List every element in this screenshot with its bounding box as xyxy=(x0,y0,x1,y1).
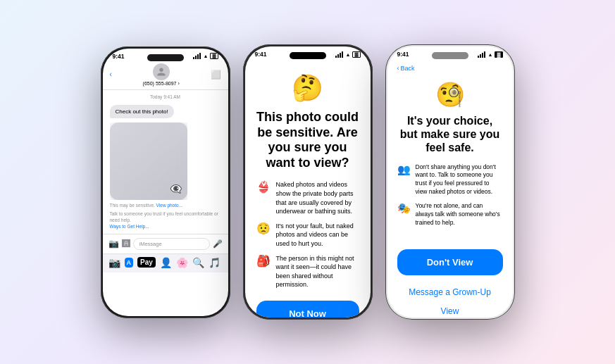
signal-bars-3 xyxy=(478,51,485,58)
bar3-1 xyxy=(478,56,479,58)
time-2: 9:41 xyxy=(255,51,267,58)
warning-item-3: 🎒 The person in this might not want it s… xyxy=(256,254,359,289)
message-grownup-button[interactable]: Message a Grown-Up xyxy=(397,284,503,300)
view-button[interactable]: View xyxy=(397,303,503,318)
apps-row: 📷 A Pay 👤 🌸 🔍 🎵 xyxy=(103,253,228,272)
music-icon[interactable]: 🎵 xyxy=(209,257,220,268)
messages-input-area: 📷 🅰 iMessage 🎤 xyxy=(103,234,228,253)
warning-emoji-1: 👙 xyxy=(256,180,272,194)
bar2-2 xyxy=(337,54,339,58)
choice-text-1: Don't share anything you don't want to. … xyxy=(416,163,503,197)
dynamic-island-1 xyxy=(147,54,184,61)
imessage-input[interactable]: iMessage xyxy=(133,238,210,250)
bar3-3 xyxy=(482,53,483,58)
choice-title: It's your choice, but make sure you feel… xyxy=(397,114,503,155)
battery-icon-3: ▓ xyxy=(495,51,502,58)
eye-slash-icon: 👁‍🗨 xyxy=(170,183,182,194)
choice-item-2: 🎭 You're not alone, and can always talk … xyxy=(397,202,503,227)
contact-name[interactable]: (650) 555-8097 › xyxy=(112,81,211,86)
warning-emoji: 🤔 xyxy=(256,73,359,103)
wifi-icon-1: ▲ xyxy=(203,54,208,58)
back-label: Back xyxy=(401,65,415,72)
contact-avatar xyxy=(153,63,170,80)
dynamic-island-2 xyxy=(290,52,326,59)
warning-items: 👙 Naked photos and videos show the priva… xyxy=(256,180,359,289)
choice-content: ‹ Back 🧐 It's your choice, but make sure… xyxy=(387,59,513,318)
status-icons-3: ▲ ▓ xyxy=(478,51,502,58)
phone-messages-screen: 9:41 ▲ ▓ ‹ xyxy=(103,49,228,316)
warning-emoji-3: 🎒 xyxy=(256,254,272,268)
status-icons-1: ▲ ▓ xyxy=(193,53,218,59)
back-link[interactable]: ‹ Back xyxy=(397,65,503,72)
flowers-icon[interactable]: 🌸 xyxy=(176,257,188,268)
wifi-icon-3: ▲ xyxy=(487,52,492,57)
bar2 xyxy=(195,56,197,59)
warning-emoji-2: 😟 xyxy=(256,222,272,235)
phone-messages: 9:41 ▲ ▓ ‹ xyxy=(101,46,230,318)
phone-warning: 9:41 ▲ ▓ 🤔 This photo could be sensitive… xyxy=(243,44,373,320)
wifi-icon-2: ▲ xyxy=(345,52,350,57)
phone-choice: 9:41 ▲ ▓ ‹ Back 🧐 xyxy=(385,44,515,320)
status-icons-2: ▲ ▓ xyxy=(335,51,360,58)
bar3-4 xyxy=(484,51,485,58)
bar2-3 xyxy=(340,53,341,58)
warning-text-1: Naked photos and videos show the private… xyxy=(276,180,359,215)
choice-text-2: You're not alone, and can always talk wi… xyxy=(416,202,503,227)
search-icon-apps[interactable]: 🔍 xyxy=(192,257,204,268)
time-1: 9:41 xyxy=(113,53,125,60)
help-text: Talk to someone you trust if you feel un… xyxy=(110,211,221,230)
time-3: 9:41 xyxy=(397,51,409,58)
warning-title: This photo could be sensitive. Are you s… xyxy=(256,110,359,170)
warning-text-3: The person in this might not want it see… xyxy=(276,254,359,289)
message-bubble: Check out this photo! xyxy=(110,105,174,118)
signal-bars-1 xyxy=(193,53,201,59)
warning-text-2: It's not your fault, but naked photos an… xyxy=(276,222,359,249)
bar4 xyxy=(199,53,201,59)
person-icon xyxy=(156,67,166,77)
photo-preview[interactable]: 👁‍🗨 xyxy=(110,123,187,200)
bar2-4 xyxy=(342,51,343,58)
bar2-1 xyxy=(335,56,337,58)
bar3-2 xyxy=(480,54,481,58)
bar1 xyxy=(193,57,194,59)
not-now-button[interactable]: Not Now xyxy=(256,301,359,318)
mic-icon[interactable]: 🎤 xyxy=(213,239,223,249)
battery-icon-2: ▓ xyxy=(352,51,360,58)
camera-app-icon[interactable]: 📷 xyxy=(108,257,120,268)
appstore-icon[interactable]: A xyxy=(125,258,134,268)
ways-to-help-link[interactable]: Ways to Get Help... xyxy=(110,224,149,229)
video-call-icon[interactable]: ⬜ xyxy=(211,70,221,80)
phone-choice-screen: 9:41 ▲ ▓ ‹ Back 🧐 xyxy=(387,46,513,318)
apps-icon[interactable]: 🅰 xyxy=(122,239,130,249)
battery-icon-1: ▓ xyxy=(210,53,218,59)
choice-emoji-1: 👥 xyxy=(397,163,411,176)
camera-icon[interactable]: 📷 xyxy=(108,239,119,249)
memoji-icon[interactable]: 👤 xyxy=(160,257,172,268)
phones-container: 9:41 ▲ ▓ ‹ xyxy=(87,30,529,334)
warning-content: 🤔 This photo could be sensitive. Are you… xyxy=(245,59,371,318)
choice-emoji-2: 🎭 xyxy=(397,202,411,215)
choice-emoji: 🧐 xyxy=(397,80,503,108)
choice-item-1: 👥 Don't share anything you don't want to… xyxy=(397,163,503,197)
contact-info: (650) 555-8097 › xyxy=(112,63,211,86)
phone-warning-screen: 9:41 ▲ ▓ 🤔 This photo could be sensitive… xyxy=(245,46,371,318)
dynamic-island-3 xyxy=(432,52,468,59)
message-timestamp: Today 9:41 AM xyxy=(110,94,221,99)
dont-view-button[interactable]: Don't View xyxy=(397,249,503,275)
applepay-icon[interactable]: Pay xyxy=(137,257,156,268)
signal-bars-2 xyxy=(335,51,343,58)
view-photo-link[interactable]: View photo... xyxy=(156,203,182,208)
sensitive-note: This may be sensitive. View photo... xyxy=(110,203,221,208)
back-chevron: ‹ xyxy=(397,65,399,72)
messages-nav: ‹ (650) 555-8097 › ⬜ xyxy=(103,61,228,90)
choice-buttons: Don't View Message a Grown-Up View xyxy=(397,249,503,318)
warning-item-2: 😟 It's not your fault, but naked photos … xyxy=(256,222,359,249)
warning-item-1: 👙 Naked photos and videos show the priva… xyxy=(256,180,359,215)
bar3 xyxy=(197,54,199,59)
choice-items: 👥 Don't share anything you don't want to… xyxy=(397,163,503,241)
messages-area: Today 9:41 AM Check out this photo! 👁‍🗨 … xyxy=(103,90,228,234)
